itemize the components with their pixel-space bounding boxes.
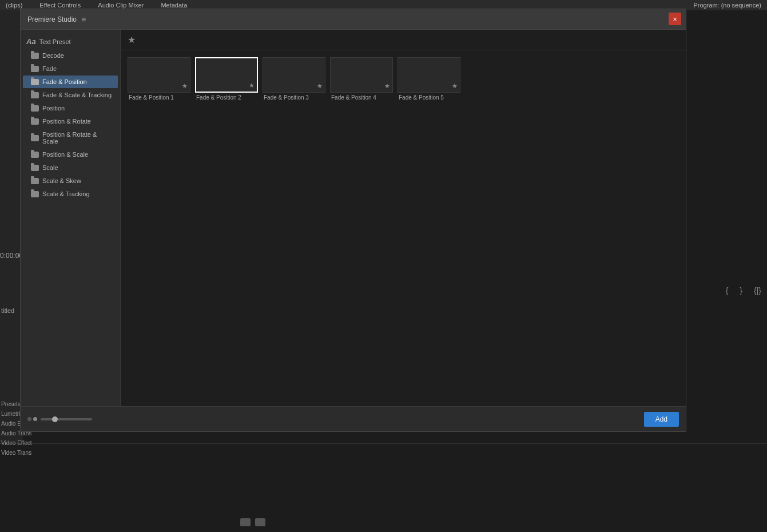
preset-label-2: Fade & Position 2 (195, 93, 258, 102)
sidebar-label-scale: Scale (42, 164, 58, 171)
sidebar-item-decode[interactable]: Decode (23, 49, 118, 62)
sidebar: Aa Text Preset Decode Fade Fade & Positi… (21, 30, 121, 406)
preset-label-4: Fade & Position 4 (330, 93, 393, 102)
modal-body: Aa Text Preset Decode Fade Fade & Positi… (21, 30, 686, 406)
footer-left (27, 417, 92, 421)
sidebar-label-decode: Decode (42, 52, 64, 59)
footer-icon-2[interactable] (255, 518, 265, 526)
appbar-effect-controls[interactable]: Effect Controls (39, 2, 81, 9)
folder-icon-scale-skew (31, 178, 39, 184)
preset-star-5[interactable]: ★ (452, 82, 458, 90)
preset-thumb-5: ★ (398, 57, 460, 93)
preset-card-2[interactable]: ★ Fade & Position 2 (195, 57, 258, 102)
sidebar-item-fade-position[interactable]: Fade & Position (23, 76, 118, 88)
main-content: ★ ★ Fade & Position 1 ★ Fade & Position … (121, 30, 686, 406)
studio-title-text: Premiere Studio (27, 15, 77, 23)
zoom-slider-thumb (52, 416, 58, 422)
sidebar-item-position-rotate[interactable]: Position & Rotate (23, 115, 118, 128)
sidebar-section-label: Text Preset (39, 38, 71, 45)
preset-star-1[interactable]: ★ (182, 82, 188, 90)
sidebar-item-fade[interactable]: Fade (23, 62, 118, 75)
zoom-slider[interactable] (41, 418, 92, 420)
appbar-metadata[interactable]: Metadata (161, 2, 187, 9)
folder-icon-fade (31, 66, 39, 72)
sidebar-label-scale-skew: Scale & Skew (42, 177, 81, 184)
content-toolbar: ★ (121, 30, 686, 50)
preset-thumb-3: ★ (263, 57, 325, 93)
sidebar-section-header: Aa Text Preset (21, 34, 120, 49)
folder-icon-scale-tracking (31, 191, 39, 197)
preset-thumb-1: ★ (128, 57, 190, 93)
folder-icon-position-rotate (31, 118, 39, 125)
modal-menu-icon[interactable]: ≡ (81, 15, 86, 24)
sidebar-item-position-rotate-scale[interactable]: Position & Rotate & Scale (23, 128, 118, 148)
bottom-footer (240, 518, 265, 526)
preset-label-5: Fade & Position 5 (398, 93, 460, 102)
preset-star-3[interactable]: ★ (317, 82, 323, 90)
sidebar-label-fade: Fade (42, 65, 57, 72)
folder-icon-fade-position (31, 79, 39, 85)
bracket-right-icon[interactable]: } (740, 286, 742, 295)
dot-1 (27, 417, 31, 421)
titled-label: titled (0, 307, 14, 314)
sidebar-label-fade-scale-tracking: Fade & Scale & Tracking (42, 92, 112, 98)
modal-titlebar: Premiere Studio ≡ × (21, 9, 686, 30)
sidebar-item-scale[interactable]: Scale (23, 161, 118, 174)
sidebar-label-position: Position (42, 105, 65, 112)
footer-dots (27, 417, 37, 421)
preset-card-4[interactable]: ★ Fade & Position 4 (330, 57, 393, 102)
folder-icon-position (31, 105, 39, 112)
sidebar-item-fade-scale-tracking[interactable]: Fade & Scale & Tracking (23, 89, 118, 101)
preset-card-3[interactable]: ★ Fade & Position 3 (263, 57, 325, 102)
appbar-program: Program: (no sequence) (693, 2, 761, 9)
preset-thumb-2: ★ (195, 57, 258, 93)
sidebar-item-position[interactable]: Position (23, 102, 118, 114)
appbar-audio-mixer[interactable]: Audio Clip Mixer (98, 2, 144, 9)
dot-2 (33, 417, 37, 421)
label-video-trans[interactable]: Video Trans (0, 448, 24, 458)
star-filter-icon[interactable]: ★ (128, 34, 136, 45)
right-icons: { } {|} (726, 286, 761, 295)
bracket-left-icon[interactable]: { (726, 286, 729, 295)
label-video-effect[interactable]: Video Effect (0, 438, 24, 448)
sidebar-label-position-scale: Position & Scale (42, 151, 88, 158)
modal-close-button[interactable]: × (669, 13, 681, 25)
preset-label-3: Fade & Position 3 (263, 93, 325, 102)
folder-icon-decode (31, 53, 39, 59)
presets-grid: ★ Fade & Position 1 ★ Fade & Position 2 … (121, 50, 686, 406)
preset-label-1: Fade & Position 1 (128, 93, 190, 102)
sidebar-item-scale-skew[interactable]: Scale & Skew (23, 174, 118, 187)
folder-icon-position-scale (31, 152, 39, 158)
sidebar-label-position-rotate: Position & Rotate (42, 118, 91, 125)
folder-icon-fade-scale-tracking (31, 92, 39, 98)
folder-icon-scale (31, 165, 39, 171)
preset-thumb-4: ★ (330, 57, 393, 93)
preset-star-4[interactable]: ★ (384, 82, 390, 90)
folder-icon-position-rotate-scale (31, 135, 39, 141)
preset-card-5[interactable]: ★ Fade & Position 5 (398, 57, 460, 102)
sidebar-label-position-rotate-scale: Position & Rotate & Scale (42, 131, 112, 145)
preset-star-2[interactable]: ★ (249, 82, 255, 89)
modal-title: Premiere Studio ≡ (27, 15, 86, 24)
sidebar-label-scale-tracking: Scale & Tracking (42, 190, 90, 197)
modal-footer: Add (21, 406, 686, 431)
bracket-both-icon[interactable]: {|} (754, 286, 761, 295)
sidebar-item-scale-tracking[interactable]: Scale & Tracking (23, 188, 118, 200)
add-button[interactable]: Add (644, 412, 679, 427)
sidebar-item-position-scale[interactable]: Position & Scale (23, 148, 118, 161)
modal-dialog: Premiere Studio ≡ × Aa Text Preset Decod… (20, 9, 686, 432)
preset-card-1[interactable]: ★ Fade & Position 1 (128, 57, 190, 102)
footer-icon-1[interactable] (240, 518, 251, 526)
sidebar-label-fade-position: Fade & Position (42, 78, 87, 85)
timeline-area (0, 443, 767, 532)
appbar-clips: (clips) (6, 2, 22, 9)
text-preset-icon: Aa (26, 37, 36, 46)
